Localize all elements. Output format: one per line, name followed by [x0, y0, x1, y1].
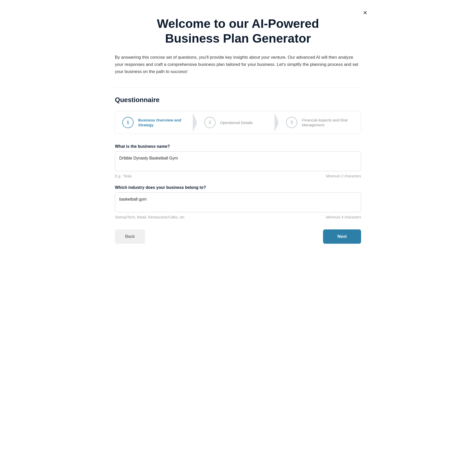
description-text: By answering this concise set of questio… — [115, 54, 361, 75]
step-2-label: Operational Details — [220, 120, 253, 125]
industry-hint-right: Minimum 4 characters — [326, 215, 361, 219]
step-2-circle: 2 — [204, 117, 216, 128]
close-button[interactable]: × — [362, 8, 368, 17]
questionnaire-title: Questionnaire — [115, 96, 361, 104]
industry-input[interactable] — [115, 192, 361, 212]
divider — [115, 88, 361, 88]
step-2[interactable]: 2 Operational Details — [197, 111, 279, 134]
business-name-hint-left: E.g.: Tesla — [115, 174, 132, 178]
step-1-label: Business Overview and Strategy — [138, 118, 190, 128]
step-3-circle: 3 — [286, 117, 297, 128]
business-name-group: What is the business name? E.g.: Tesla M… — [115, 144, 361, 178]
industry-hint-left: Startup/Tech, Retail, Restaurants/Cafes,… — [115, 215, 185, 219]
industry-hints: Startup/Tech, Retail, Restaurants/Cafes,… — [115, 215, 361, 219]
step-1[interactable]: 1 Business Overview and Strategy — [115, 111, 197, 134]
modal-container: × Welcome to our AI-Powered Business Pla… — [98, 0, 378, 259]
next-button[interactable]: Next — [323, 229, 361, 244]
step-1-circle: 1 — [122, 117, 134, 128]
business-name-hints: E.g.: Tesla Minimum 2 characters — [115, 174, 361, 178]
business-name-label: What is the business name? — [115, 144, 361, 149]
steps-container: 1 Business Overview and Strategy 2 Opera… — [115, 111, 361, 134]
page-title: Welcome to our AI-Powered Business Plan … — [115, 16, 361, 46]
buttons-row: Back Next — [115, 229, 361, 244]
industry-group: Which industry does your business belong… — [115, 185, 361, 219]
business-name-input[interactable] — [115, 151, 361, 171]
back-button[interactable]: Back — [115, 229, 145, 244]
step-3-label: Financial Aspects and Risk Management — [302, 118, 354, 128]
business-name-hint-right: Minimum 2 characters — [326, 174, 361, 178]
step-3[interactable]: 3 Financial Aspects and Risk Management — [279, 111, 361, 134]
industry-label: Which industry does your business belong… — [115, 185, 361, 190]
